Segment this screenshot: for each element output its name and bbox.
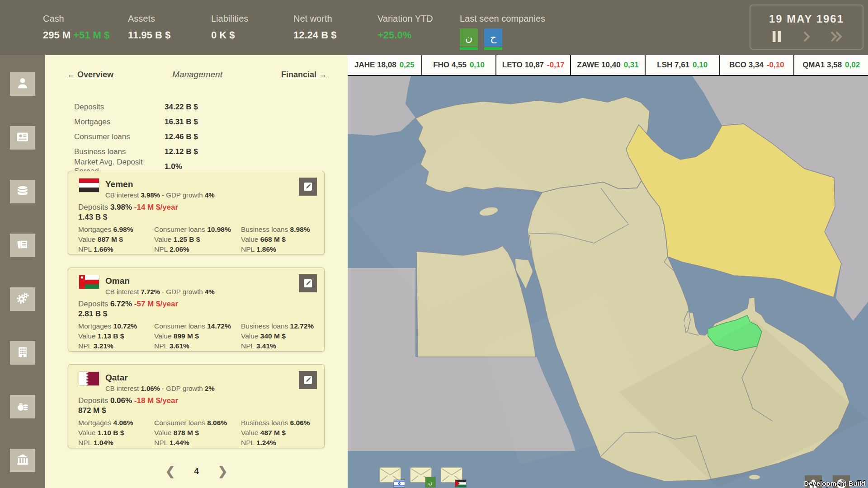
consumer-loans-column: Consumer loans 8.06% Value 878 M $ NPL 1… [154, 418, 241, 448]
market-stat-value: 34.22 B $ [165, 103, 198, 112]
market-stat-label: Mortgages [74, 117, 165, 127]
tab-overview[interactable]: ← Overview [67, 70, 113, 80]
ticker-cell[interactable]: FHO 4,55 0,10 [421, 55, 496, 75]
edit-country-button[interactable] [299, 274, 317, 292]
country-name: Oman [105, 276, 130, 286]
last-seen-label: Last seen companies [460, 14, 545, 24]
mortgages-column: Mortgages 6.98% Value 887 M $ NPL 1.66% [78, 225, 154, 254]
sidebar-item-press[interactable] [10, 126, 35, 150]
ticker-symbol-price: LSH 7,61 [657, 61, 689, 70]
topbar-stat: Liabilities 0 K $ [211, 0, 273, 55]
treasury-icon [16, 399, 29, 414]
deposits-line: Deposits 3.98% -14 M $/year [78, 203, 178, 212]
ticker-symbol-price: QMA1 3,58 [802, 61, 842, 70]
company-blue-icon[interactable]: ح [484, 28, 502, 47]
deposits-icon [16, 184, 29, 199]
map-island-socotra [749, 475, 760, 479]
country-name: Yemen [105, 179, 133, 189]
consumer-loans-column: Consumer loans 14.72% Value 899 M $ NPL … [154, 321, 241, 351]
country-card: Qatar CB interest 1.06% - GDP growth 2% … [68, 364, 325, 448]
ticker-symbol-price: BCO 3,34 [729, 61, 764, 70]
stat-label: Variation YTD [377, 14, 439, 24]
company-green-icon[interactable]: ن [460, 28, 478, 47]
market-stat-value: 1.0% [165, 162, 182, 171]
deposits-value: 1.43 B $ [78, 213, 107, 222]
pause-button[interactable] [768, 30, 786, 43]
ticker-change: -0,17 [547, 61, 565, 70]
sidebar-item-profile[interactable] [10, 72, 35, 96]
ticker-cell[interactable]: QMA1 3,58 0,02 [793, 55, 868, 75]
mail-button-company-green[interactable]: ن [410, 467, 432, 483]
business-loans-column: Business loans 6.06% Value 487 M $ NPL 1… [241, 418, 318, 448]
edit-country-button[interactable] [299, 178, 317, 196]
israel-flag-icon [394, 480, 405, 487]
country-card: Yemen CB interest 3.98% - GDP growth 4% … [68, 171, 325, 255]
ticker-cell[interactable]: ZAWE 10,40 0,31 [570, 55, 645, 75]
play-button[interactable] [797, 30, 816, 43]
company-green-badge: ن [425, 477, 435, 487]
sidebar-item-loans[interactable] [10, 234, 35, 257]
sidebar-item-treasury[interactable] [10, 395, 35, 418]
ticker-cell[interactable]: JAHE 18,08 0,25 [348, 55, 421, 75]
ticker-cell[interactable]: BCO 3,34 -0,10 [719, 55, 794, 75]
ticker-change: -0,10 [767, 61, 784, 70]
topbar-stat: Variation YTD +25.0% [377, 0, 439, 55]
mail-button-jordan-flag[interactable] [441, 467, 462, 483]
market-stat-value: 12.12 B $ [165, 147, 198, 156]
mail-button-israel-flag[interactable] [379, 467, 401, 483]
dev-build-label: Development Build [804, 479, 865, 487]
stat-value: 295 M+51 M $ [43, 29, 107, 41]
edit-country-button[interactable] [299, 371, 317, 389]
country-cards: Yemen CB interest 3.98% - GDP growth 4% … [68, 171, 325, 461]
stat-value: 11.95 B $ [128, 29, 190, 41]
map-region-balkans [348, 76, 415, 136]
ticker-cell[interactable]: LSH 7,61 0,10 [645, 55, 719, 75]
market-stat-value: 16.31 B $ [165, 117, 198, 127]
game-date: 19 MAY 1961 [750, 13, 863, 25]
prev-page-button[interactable]: ❮ [165, 465, 175, 477]
market-stat-row: Mortgages 16.31 B $ [74, 114, 326, 129]
left-sidebar [0, 55, 45, 488]
ticker-change: 0,25 [400, 61, 415, 70]
country-name: Qatar [105, 373, 128, 383]
ticker-change: 0,31 [624, 61, 639, 70]
jordan-flag-icon [455, 480, 466, 487]
consumer-loans-column: Consumer loans 10.98% Value 1.25 B $ NPL… [154, 225, 241, 254]
topbar-stat: Assets 11.95 B $ [128, 0, 190, 55]
mail-notifications: ن [379, 467, 462, 483]
ticker-symbol-price: JAHE 18,08 [354, 61, 396, 70]
ticker-cell[interactable]: LETO 10,87 -0,17 [495, 55, 570, 75]
fast-forward-button[interactable] [827, 30, 845, 43]
ticker-symbol-price: ZAWE 10,40 [577, 61, 620, 70]
sidebar-item-deposits[interactable] [10, 180, 35, 203]
stat-label: Assets [128, 14, 190, 24]
stat-value: 0 K $ [211, 29, 273, 41]
panel-tabs: ← Overview Management Financial → [67, 70, 327, 80]
pagination: ❮ 4 ❯ [45, 465, 348, 477]
business-loans-column: Business loans 8.98% Value 668 M $ NPL 1… [241, 225, 318, 254]
middle-east-map-svg[interactable] [348, 76, 868, 488]
market-stat-label: Deposits [74, 103, 165, 112]
market-stat-value: 12.46 B $ [165, 132, 198, 141]
page-number: 4 [194, 466, 199, 476]
next-page-button[interactable]: ❯ [218, 465, 228, 477]
deposits-line: Deposits 0.06% -18 M $/year [78, 396, 178, 405]
tab-financial[interactable]: Financial → [281, 70, 327, 80]
sidebar-item-branches[interactable] [10, 341, 35, 365]
map-area: JAHE 18,08 0,25 FHO 4,55 0,10 LETO 10,87… [348, 55, 868, 488]
market-stat-label: Consumer loans [74, 132, 165, 141]
date-box: 19 MAY 1961 [750, 5, 863, 50]
topbar-stat: Net worth 12.24 B $ [293, 0, 357, 55]
country-card: Oman CB interest 7.72% - GDP growth 4% D… [68, 267, 325, 352]
ticker-change: 0,10 [693, 61, 708, 70]
sidebar-item-operations[interactable] [10, 287, 35, 311]
press-icon [16, 130, 29, 145]
market-stats: Deposits 34.22 B $ Mortgages 16.31 B $ C… [74, 99, 326, 174]
ticker-symbol-price: LETO 10,87 [502, 61, 544, 70]
mortgages-column: Mortgages 10.72% Value 1.13 B $ NPL 3.21… [78, 321, 154, 351]
stock-ticker: JAHE 18,08 0,25 FHO 4,55 0,10 LETO 10,87… [348, 55, 868, 76]
market-stat-row: Business loans 12.12 B $ [74, 144, 326, 159]
world-map[interactable]: ن $ [348, 76, 868, 488]
stat-label: Cash [43, 14, 107, 24]
sidebar-item-central-bank[interactable] [10, 449, 35, 472]
